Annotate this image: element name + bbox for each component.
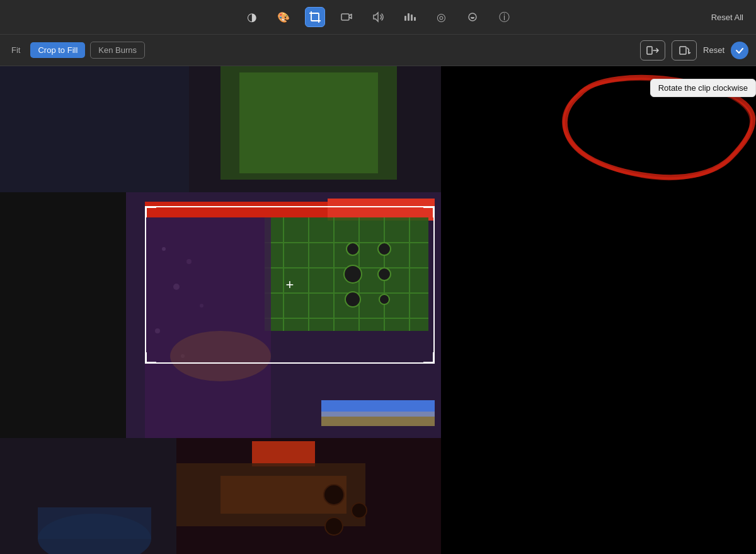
color-balance-button[interactable]: ◑ <box>242 7 262 27</box>
reset-all-button[interactable]: Reset All <box>711 13 743 22</box>
svg-point-56 <box>352 503 367 518</box>
svg-rect-17 <box>0 66 189 192</box>
info-button[interactable]: ⓘ <box>494 7 514 27</box>
svg-rect-58 <box>38 507 151 539</box>
svg-rect-7 <box>408 13 410 21</box>
crop-button[interactable] <box>305 7 325 27</box>
svg-rect-0 <box>311 13 319 21</box>
toolbar-icon-group: ◑ 🎨 <box>242 7 514 27</box>
svg-rect-46 <box>321 400 435 412</box>
flip-horizontal-button[interactable] <box>640 40 665 61</box>
rotate-tooltip: Rotate the clip clockwise <box>650 79 756 97</box>
svg-point-55 <box>325 517 343 535</box>
audio-button[interactable] <box>368 7 388 27</box>
main-content-area: + <box>0 66 756 554</box>
video-button[interactable] <box>336 7 357 27</box>
crop-handle-bottom-right[interactable] <box>423 352 435 364</box>
video-preview-area[interactable]: + <box>0 66 441 554</box>
svg-rect-48 <box>321 417 435 426</box>
crop-selection-box[interactable]: + <box>145 206 435 364</box>
rotate-clockwise-button[interactable] <box>672 40 697 61</box>
palette-button[interactable]: 🎨 <box>273 7 294 27</box>
ken-burns-button[interactable]: Ken Burns <box>90 42 145 59</box>
crop-toolbar: Fit Crop to Fill Ken Burns Reset <box>0 35 756 66</box>
svg-rect-9 <box>414 17 416 21</box>
svg-rect-16 <box>239 72 378 173</box>
svg-rect-47 <box>321 412 435 417</box>
color-blob-button[interactable] <box>462 7 483 27</box>
svg-rect-8 <box>411 14 413 21</box>
svg-rect-11 <box>647 47 652 54</box>
confirm-button[interactable] <box>731 42 748 59</box>
crop-handle-top-left[interactable] <box>145 206 156 217</box>
svg-rect-5 <box>341 14 349 20</box>
svg-rect-50 <box>252 441 315 466</box>
reset-label[interactable]: Reset <box>703 45 724 55</box>
svg-rect-12 <box>680 47 686 54</box>
crop-handle-bottom-left[interactable] <box>145 352 156 364</box>
toolbar2-right-group: Reset <box>640 40 748 61</box>
crop-to-fill-button[interactable]: Crop to Fill <box>30 42 85 58</box>
svg-point-54 <box>324 485 344 505</box>
crop-center-crosshair: + <box>283 278 297 292</box>
speedometer-button[interactable]: ◎ <box>431 7 451 27</box>
dark-background-right <box>441 66 756 554</box>
svg-rect-6 <box>404 16 406 21</box>
main-toolbar: ◑ 🎨 <box>0 0 756 35</box>
crop-handle-top-right[interactable] <box>423 206 435 217</box>
equalizer-button[interactable] <box>399 7 420 27</box>
fit-button[interactable]: Fit <box>6 43 25 57</box>
